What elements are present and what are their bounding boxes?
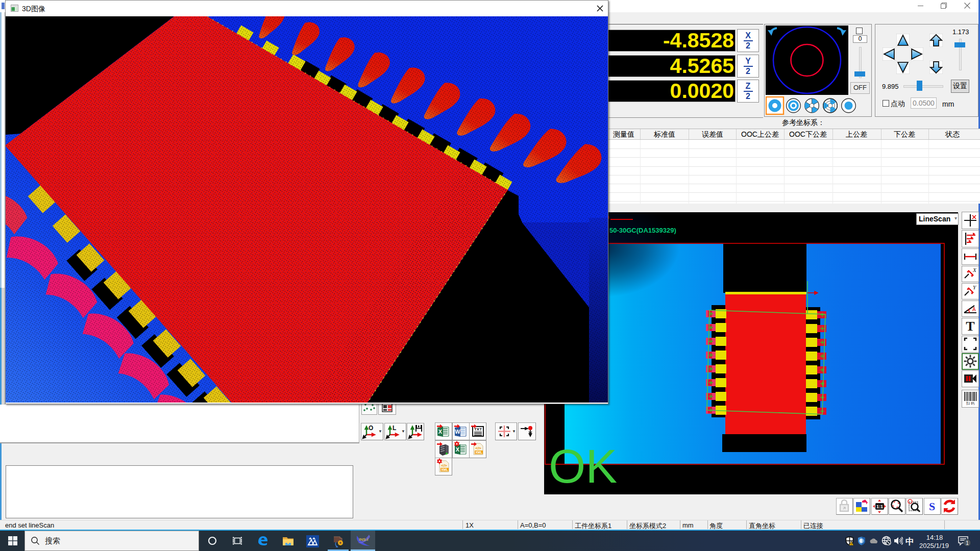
svg-text:A: A bbox=[972, 307, 976, 312]
svg-text:扫 码: 扫 码 bbox=[966, 402, 974, 405]
svg-text:X: X bbox=[456, 446, 460, 453]
svg-text:L: L bbox=[393, 424, 396, 432]
svg-text:XML: XML bbox=[475, 450, 482, 454]
svg-text:!: ! bbox=[851, 542, 852, 545]
svg-text:O: O bbox=[369, 424, 373, 432]
svg-text:</>: </> bbox=[475, 446, 481, 450]
svg-text:S: S bbox=[929, 500, 935, 513]
svg-text:X: X bbox=[438, 429, 443, 435]
svg-text:T: T bbox=[966, 319, 974, 334]
svg-text:1:1: 1:1 bbox=[876, 504, 883, 509]
svg-text:X: X bbox=[972, 267, 977, 273]
svg-text:W: W bbox=[455, 429, 460, 435]
svg-text:</>: </> bbox=[441, 463, 447, 468]
svg-text:INS-I: INS-I bbox=[359, 537, 368, 542]
svg-text:XML: XML bbox=[441, 468, 448, 471]
svg-text:Y: Y bbox=[973, 284, 977, 290]
svg-text:1: 1 bbox=[966, 540, 969, 546]
svg-text:TXT: TXT bbox=[474, 427, 482, 432]
